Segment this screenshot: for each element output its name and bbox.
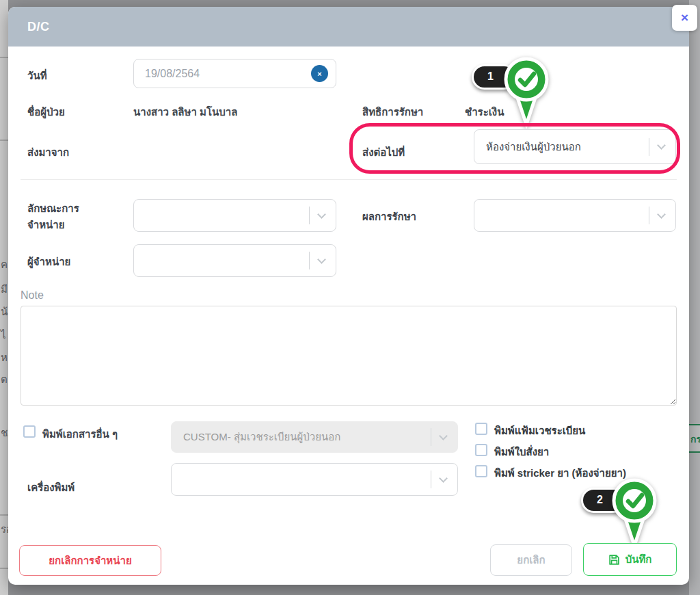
cancel-button[interactable]: ยกเลิก bbox=[490, 544, 572, 576]
background-text-fragment: ต bbox=[1, 371, 8, 388]
background-text-fragment: ไ bbox=[1, 327, 6, 343]
save-button[interactable]: บันทึก bbox=[583, 543, 677, 576]
background-table-header-fragment: กร bbox=[689, 424, 700, 453]
cancel-discharge-button[interactable]: ยกเลิกการจำหน่าย bbox=[19, 545, 161, 576]
background-text-fragment: ช/เ: bbox=[1, 425, 8, 441]
save-floppy-icon bbox=[608, 554, 620, 566]
chevron-down-icon bbox=[657, 210, 666, 219]
forward-to-label: ส่งต่อไปที่ bbox=[362, 144, 405, 161]
print-prescription-checkbox[interactable] bbox=[475, 444, 487, 456]
background-text-fragment: มี bbox=[1, 281, 8, 298]
background-divider bbox=[0, 57, 8, 58]
patient-name-label: ชื่อผู้ป่วย bbox=[27, 104, 65, 120]
note-label: Note bbox=[21, 289, 44, 302]
background-text-fragment: รอ bbox=[1, 521, 8, 538]
print-sticker-checkbox[interactable] bbox=[475, 465, 487, 477]
discharge-type-label: ลักษณะการ จำหน่าย bbox=[27, 200, 79, 233]
date-input[interactable] bbox=[133, 59, 336, 88]
background-divider bbox=[0, 568, 8, 569]
print-other-label: พิมพ์เอกสารอื่น ๆ bbox=[42, 426, 118, 442]
discharge-type-select[interactable] bbox=[133, 199, 336, 232]
annotation-check-pin-icon bbox=[502, 56, 551, 129]
print-medical-record-checkbox[interactable] bbox=[475, 423, 487, 435]
background-text-fragment: น้ bbox=[1, 304, 8, 320]
discharge-modal: D/C × วันที่ × 1 ชื่อผู้ป่วย นางสาว ลลิษ… bbox=[8, 7, 689, 585]
forward-to-select[interactable]: ห้องจ่ายเงินผู้ป่วยนอก bbox=[474, 129, 676, 164]
sent-from-label: ส่งมาจาก bbox=[27, 144, 69, 161]
treatment-result-select[interactable] bbox=[474, 199, 676, 232]
print-medical-record-label: พิมพ์แฟ้มเวชระเบียน bbox=[494, 423, 585, 439]
patient-name-value: นางสาว ลลิษา มโนบาล bbox=[133, 104, 237, 120]
treatment-result-label: ผลการรักษา bbox=[362, 209, 416, 225]
background-text-fragment: คว bbox=[1, 256, 8, 273]
print-sticker-label: พิมพ์ stricker ยา (ห้องจ่ายยา) bbox=[494, 465, 626, 481]
treatment-right-label: สิทธิการรักษา bbox=[362, 104, 423, 120]
chevron-down-icon bbox=[439, 432, 448, 440]
background-divider bbox=[0, 514, 8, 516]
chevron-down-icon bbox=[317, 210, 326, 219]
clear-date-icon[interactable]: × bbox=[311, 65, 328, 82]
print-document-select: CUSTOM- สุ่มเวชระเบียนผู้ป่วยนอก bbox=[171, 421, 458, 453]
modal-title: D/C bbox=[27, 7, 50, 47]
printer-label: เครื่องพิมพ์ bbox=[27, 479, 75, 496]
modal-header: D/C bbox=[8, 7, 689, 47]
chevron-down-icon bbox=[657, 141, 666, 150]
print-prescription-label: พิมพ์ใบสั่งยา bbox=[494, 444, 549, 460]
note-textarea[interactable] bbox=[21, 306, 677, 406]
annotation-check-pin-icon bbox=[610, 477, 659, 550]
chevron-down-icon bbox=[439, 474, 448, 483]
treatment-right-value: ชำระเงิน bbox=[465, 104, 504, 120]
background-page-left-edge: คว มี น้ ไ ห ต ช/เ: รอ bbox=[0, 0, 8, 595]
background-divider bbox=[0, 140, 8, 141]
background-page-right-edge: กร bbox=[689, 0, 700, 595]
background-text-fragment: ห bbox=[1, 349, 8, 366]
section-divider bbox=[21, 179, 677, 180]
close-button[interactable]: × bbox=[672, 5, 697, 31]
discharger-select[interactable] bbox=[133, 244, 336, 277]
discharger-label: ผู้จำหน่าย bbox=[27, 254, 70, 270]
chevron-down-icon bbox=[317, 255, 326, 264]
date-label: วันที่ bbox=[27, 68, 47, 84]
printer-select[interactable] bbox=[171, 463, 458, 496]
print-other-checkbox[interactable] bbox=[23, 425, 36, 438]
